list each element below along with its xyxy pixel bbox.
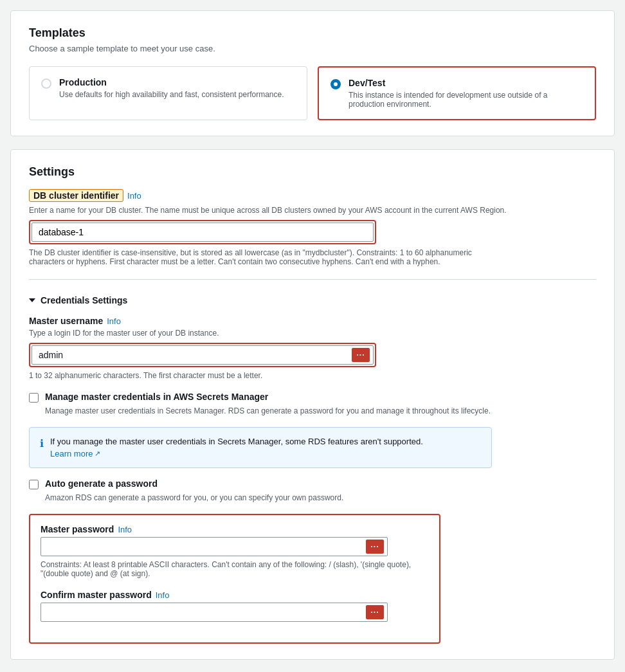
manage-credentials-group: Manage master credentials in AWS Secrets… [29, 392, 596, 415]
master-username-label-row: Master username Info [29, 316, 596, 326]
radio-devtest[interactable] [331, 79, 341, 89]
master-password-input[interactable] [41, 537, 388, 556]
manage-credentials-desc: Manage master user credentials in Secret… [45, 406, 596, 415]
master-username-input[interactable] [32, 345, 374, 365]
confirm-password-label-row: Confirm master password Info [41, 590, 429, 600]
master-password-group: Master password Info ··· Constraints: At… [41, 524, 429, 578]
template-production-desc: Use defaults for high availability and f… [59, 90, 284, 99]
auto-generate-group: Auto generate a password Amazon RDS can … [29, 478, 596, 502]
templates-subtitle: Choose a sample template to meet your us… [29, 44, 596, 53]
template-production[interactable]: Production Use defaults for high availab… [29, 66, 307, 120]
auto-generate-row: Auto generate a password [29, 478, 596, 489]
master-username-input-wrapper: ··· [29, 343, 376, 367]
learn-more-link[interactable]: Learn more ↗︎ [50, 449, 100, 459]
info-box-message: If you manage the master user credential… [50, 437, 423, 446]
info-circle-icon: ℹ [40, 437, 44, 450]
db-cluster-identifier-input[interactable] [32, 222, 374, 242]
auto-generate-label: Auto generate a password [45, 478, 158, 489]
master-password-input-container: ··· [41, 537, 388, 556]
confirm-password-icon-btn[interactable]: ··· [366, 605, 384, 619]
confirm-password-group: Confirm master password Info ··· [41, 590, 429, 622]
learn-more-label: Learn more [50, 449, 93, 459]
manage-credentials-checkbox[interactable] [29, 393, 39, 403]
template-devtest[interactable]: Dev/Test This instance is intended for d… [318, 66, 596, 120]
info-box: ℹ If you manage the master user credenti… [29, 427, 492, 468]
divider-1 [29, 279, 596, 280]
master-password-label: Master password [41, 524, 114, 534]
template-devtest-label: Dev/Test [349, 78, 583, 88]
settings-section: Settings DB cluster identifier Info Ente… [10, 149, 615, 660]
auto-generate-checkbox[interactable] [29, 480, 39, 489]
template-production-label: Production [59, 77, 284, 87]
templates-title: Templates [29, 26, 596, 40]
master-username-input-container: ··· [32, 345, 374, 365]
radio-production[interactable] [41, 78, 51, 89]
db-cluster-identifier-hint: The DB cluster identifier is case-insens… [29, 248, 479, 266]
credentials-section: Credentials Settings Master username Inf… [29, 295, 596, 644]
master-username-group: Master username Info Type a login ID for… [29, 316, 596, 380]
templates-grid: Production Use defaults for high availab… [29, 66, 596, 120]
master-password-label-row: Master password Info [41, 524, 429, 534]
template-devtest-desc: This instance is intended for developmen… [349, 91, 583, 109]
master-password-hint: Constraints: At least 8 printable ASCII … [41, 560, 413, 578]
db-cluster-identifier-group: DB cluster identifier Info Enter a name … [29, 189, 596, 266]
confirm-password-input[interactable] [41, 603, 388, 622]
master-password-icon-btn[interactable]: ··· [366, 540, 384, 554]
triangle-icon [29, 298, 35, 302]
db-cluster-identifier-input-wrapper [29, 220, 376, 244]
confirm-password-info[interactable]: Info [156, 590, 170, 600]
manage-credentials-row: Manage master credentials in AWS Secrets… [29, 392, 596, 403]
master-username-desc: Type a login ID for the master user of y… [29, 329, 596, 338]
settings-title: Settings [29, 165, 596, 179]
dots-icon-3: ··· [370, 608, 379, 617]
master-username-hint: 1 to 32 alphanumeric characters. The fir… [29, 371, 479, 380]
credentials-header[interactable]: Credentials Settings [29, 295, 596, 305]
master-username-icon-btn[interactable]: ··· [352, 348, 370, 362]
external-link-icon: ↗︎ [95, 450, 100, 458]
auto-generate-desc: Amazon RDS can generate a password for y… [45, 493, 596, 502]
master-username-info[interactable]: Info [107, 316, 121, 326]
dots-icon-2: ··· [370, 542, 379, 551]
master-username-label: Master username [29, 316, 103, 326]
dots-icon: ··· [356, 350, 365, 359]
confirm-password-label: Confirm master password [41, 590, 152, 600]
manage-credentials-label: Manage master credentials in AWS Secrets… [45, 392, 268, 402]
db-cluster-identifier-info[interactable]: Info [127, 191, 141, 201]
templates-section: Templates Choose a sample template to me… [10, 10, 615, 136]
db-cluster-identifier-label: DB cluster identifier [29, 189, 123, 202]
confirm-password-input-container: ··· [41, 603, 388, 622]
master-password-info[interactable]: Info [118, 525, 132, 534]
master-password-section: Master password Info ··· Constraints: At… [29, 514, 440, 644]
credentials-label: Credentials Settings [41, 295, 127, 305]
db-cluster-identifier-desc: Enter a name for your DB cluster. The na… [29, 206, 596, 215]
